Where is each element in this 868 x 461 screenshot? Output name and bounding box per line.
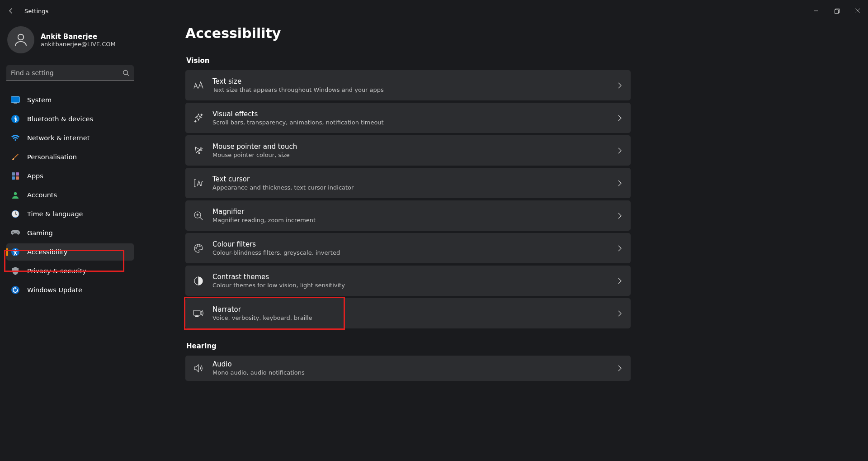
- sidebar-item-accessibility[interactable]: Accessibility: [6, 243, 134, 261]
- chevron-right-icon: [618, 213, 622, 219]
- sidebar: Ankit Banerjee ankitbanerjee@LIVE.COM Sy…: [0, 22, 140, 461]
- svg-point-21: [14, 249, 16, 250]
- card-mouse-pointer[interactable]: Mouse pointer and touch Mouse pointer co…: [185, 135, 631, 166]
- sidebar-item-label: Network & internet: [27, 134, 90, 142]
- chevron-right-icon: [618, 147, 622, 154]
- sidebar-item-bluetooth[interactable]: Bluetooth & devices: [6, 110, 134, 128]
- svg-rect-14: [16, 176, 19, 180]
- card-colour-filters[interactable]: Colour filters Colour-blindness filters,…: [185, 233, 631, 263]
- svg-rect-13: [12, 176, 15, 180]
- svg-rect-33: [195, 316, 198, 317]
- chevron-right-icon: [618, 82, 622, 89]
- gamepad-icon: [11, 228, 20, 238]
- chevron-right-icon: [618, 180, 622, 186]
- back-button[interactable]: [5, 5, 16, 16]
- svg-point-5: [18, 34, 24, 40]
- svg-point-30: [199, 245, 200, 246]
- search-wrap: [6, 65, 134, 81]
- section-heading-vision: Vision: [186, 57, 857, 65]
- close-icon: [855, 9, 860, 13]
- apps-icon: [11, 171, 20, 181]
- card-contrast-themes[interactable]: Contrast themes Colour themes for low vi…: [185, 266, 631, 296]
- card-subtitle: Mouse pointer colour, size: [212, 151, 618, 159]
- sidebar-item-label: Privacy & security: [27, 267, 86, 275]
- minimize-button[interactable]: [806, 4, 826, 18]
- svg-point-22: [11, 286, 19, 294]
- card-title: Text cursor: [212, 175, 618, 184]
- card-title: Visual effects: [212, 109, 618, 119]
- window-title: Settings: [24, 8, 48, 14]
- user-icon: [13, 32, 29, 48]
- svg-rect-2: [835, 10, 838, 13]
- svg-line-25: [200, 217, 203, 220]
- sidebar-item-accounts[interactable]: Accounts: [6, 186, 134, 204]
- wifi-icon: [11, 133, 20, 143]
- system-icon: [11, 95, 20, 105]
- chevron-right-icon: [618, 278, 622, 284]
- sidebar-item-time[interactable]: Time & language: [6, 205, 134, 223]
- content: Accessibility Vision Text size Text size…: [140, 22, 868, 461]
- svg-point-29: [197, 245, 198, 246]
- avatar: [7, 26, 34, 53]
- card-magnifier[interactable]: Magnifier Magnifier reading, zoom increm…: [185, 200, 631, 231]
- card-title: Colour filters: [212, 240, 618, 249]
- svg-point-28: [196, 247, 197, 248]
- card-title: Text size: [212, 77, 618, 86]
- card-text-size[interactable]: Text size Text size that appears through…: [185, 70, 631, 100]
- sidebar-item-update[interactable]: Windows Update: [6, 281, 134, 299]
- sidebar-item-label: Windows Update: [27, 286, 82, 294]
- card-subtitle: Colour-blindness filters, greyscale, inv…: [212, 249, 618, 257]
- sidebar-item-gaming[interactable]: Gaming: [6, 224, 134, 242]
- user-email: ankitbanerjee@LIVE.COM: [41, 41, 116, 48]
- audio-icon: [193, 362, 204, 374]
- card-subtitle: Magnifier reading, zoom increment: [212, 216, 618, 224]
- card-title: Contrast themes: [212, 272, 618, 281]
- user-block[interactable]: Ankit Banerjee ankitbanerjee@LIVE.COM: [7, 26, 134, 53]
- text-cursor-icon: [193, 177, 204, 189]
- arrow-left-icon: [7, 7, 14, 14]
- sidebar-item-label: Bluetooth & devices: [27, 115, 93, 123]
- sidebar-item-personalisation[interactable]: Personalisation: [6, 148, 134, 166]
- accounts-icon: [11, 190, 20, 200]
- chevron-right-icon: [618, 310, 622, 317]
- chevron-right-icon: [618, 115, 622, 121]
- search-input[interactable]: [6, 65, 134, 81]
- window-controls: [806, 4, 868, 18]
- card-subtitle: Colour themes for low vision, light sens…: [212, 281, 618, 290]
- card-subtitle: Appearance and thickness, text cursor in…: [212, 184, 618, 192]
- sidebar-item-apps[interactable]: Apps: [6, 167, 134, 185]
- palette-icon: [193, 242, 204, 254]
- shield-icon: [11, 266, 20, 276]
- card-visual-effects[interactable]: Visual effects Scroll bars, transparency…: [185, 103, 631, 133]
- page-title: Accessibility: [185, 25, 857, 41]
- sidebar-item-privacy[interactable]: Privacy & security: [6, 262, 134, 280]
- clock-icon: [11, 209, 20, 219]
- accessibility-icon: [11, 247, 20, 257]
- card-title: Magnifier: [212, 207, 618, 216]
- text-size-icon: [193, 80, 204, 91]
- minimize-icon: [814, 9, 818, 13]
- maximize-button[interactable]: [826, 4, 847, 18]
- card-text-cursor[interactable]: Text cursor Appearance and thickness, te…: [185, 168, 631, 198]
- section-heading-hearing: Hearing: [186, 342, 857, 350]
- card-list-hearing: Audio Mono audio, audio notifications: [185, 356, 857, 381]
- card-title: Narrator: [212, 305, 618, 314]
- narrator-icon: [193, 308, 204, 319]
- user-name: Ankit Banerjee: [41, 33, 116, 41]
- card-title: Mouse pointer and touch: [212, 142, 618, 151]
- maximize-icon: [835, 9, 840, 14]
- titlebar: Settings: [0, 0, 868, 22]
- card-subtitle: Voice, verbosity, keyboard, braille: [212, 314, 618, 322]
- card-audio[interactable]: Audio Mono audio, audio notifications: [185, 356, 631, 381]
- sidebar-item-label: Gaming: [27, 229, 53, 237]
- card-narrator[interactable]: Narrator Voice, verbosity, keyboard, bra…: [185, 298, 631, 328]
- card-title: Audio: [212, 360, 618, 369]
- sidebar-item-system[interactable]: System: [6, 91, 134, 109]
- paintbrush-icon: [11, 152, 20, 162]
- sidebar-item-network[interactable]: Network & internet: [6, 129, 134, 147]
- sidebar-item-label: System: [27, 96, 52, 104]
- close-button[interactable]: [847, 4, 868, 18]
- magnifier-icon: [193, 210, 204, 222]
- cursor-icon: [193, 145, 204, 157]
- svg-point-18: [17, 232, 18, 233]
